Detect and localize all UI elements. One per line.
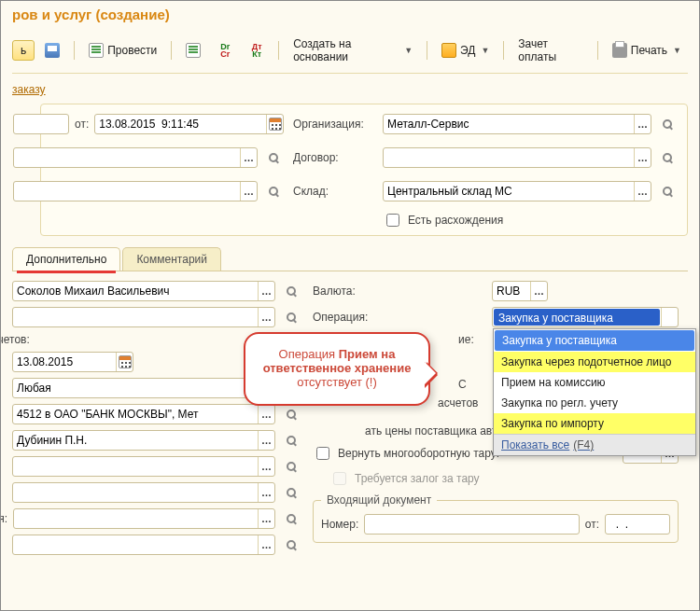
toolbar: ь Провести DrCr ДтКт Создать на основани… (12, 30, 688, 74)
ie-label: ие: (458, 333, 474, 346)
org-label: Организация: (293, 118, 377, 131)
oper-label: Операция: (313, 311, 378, 324)
org-select-button[interactable] (634, 115, 651, 133)
nomer-input[interactable] (365, 515, 578, 534)
provesti-button[interactable]: Провести (82, 39, 163, 62)
bank-input[interactable] (13, 405, 258, 424)
date-cal-button[interactable] (116, 353, 133, 371)
bank-select-button[interactable] (258, 405, 274, 424)
field-9-search-button[interactable] (281, 482, 301, 503)
search-icon (287, 488, 296, 497)
print-button[interactable]: Печать▼ (606, 39, 688, 62)
search-icon (287, 312, 296, 322)
calendar-button[interactable] (266, 115, 283, 133)
dtkt-icon: ДтКт (249, 43, 264, 58)
field-8-input[interactable] (13, 457, 258, 476)
sklad-search-button[interactable] (657, 181, 678, 201)
field-10-search-button[interactable] (281, 508, 301, 529)
ed-button[interactable]: ЭД▼ (435, 39, 496, 62)
annotation-callout: Операция Прием на ответственное хранение… (244, 332, 430, 406)
field-11-input[interactable] (13, 535, 258, 554)
search-icon (287, 514, 296, 523)
date-input[interactable] (13, 353, 116, 371)
calendar-icon (119, 355, 132, 368)
dropdown-option[interactable]: Закупка у поставщика (495, 330, 694, 351)
zachet-button[interactable]: Зачет оплаты (511, 34, 590, 67)
num-input[interactable] (14, 115, 68, 133)
dropdown-option[interactable]: Закупка через подотчетное лицо (494, 352, 695, 372)
drcr-button[interactable]: DrCr (211, 39, 239, 62)
zalog-checkbox (333, 472, 346, 485)
manager-input[interactable] (13, 282, 258, 300)
operation-dropdown: Закупка у поставщика Закупка через подот… (493, 328, 696, 456)
sklad-select-button[interactable] (634, 182, 651, 201)
tab-additional[interactable]: Дополнительно (12, 247, 120, 271)
dropdown-show-all[interactable]: Показать все(F4) (494, 434, 695, 455)
tara-return-checkbox[interactable] (316, 447, 329, 460)
dropdown-option[interactable]: Закупка по импорту (494, 413, 695, 434)
datetime-input[interactable] (95, 115, 266, 133)
org-input[interactable] (384, 115, 634, 133)
dropdown-button[interactable] (661, 308, 678, 326)
field-9-select-button[interactable] (258, 483, 274, 502)
dtkt-button[interactable]: ДтКт (243, 39, 271, 62)
rashod-checkbox[interactable] (386, 214, 399, 227)
from-label: от: (75, 118, 89, 131)
attach-button[interactable] (179, 39, 207, 62)
tab-comment[interactable]: Комментарий (122, 247, 221, 271)
counterparty-select-button[interactable] (240, 182, 257, 201)
valuta-select-button[interactable] (530, 282, 547, 300)
partner-search-button[interactable] (263, 147, 284, 168)
counterparty-search-button[interactable] (263, 181, 284, 201)
field-2-input[interactable] (13, 308, 258, 326)
field-2-search-button[interactable] (281, 307, 301, 327)
field-9-input[interactable] (13, 483, 258, 502)
doc-date-input[interactable] (606, 515, 669, 534)
dropdown-option[interactable]: Закупка по регл. учету (494, 393, 695, 413)
search-icon (663, 119, 672, 129)
sklad-label: Склад: (293, 185, 377, 198)
save-close-button[interactable]: ь (12, 40, 35, 61)
counterparty-input[interactable] (14, 182, 240, 201)
search-icon (663, 187, 672, 196)
manager-select-button[interactable] (258, 282, 274, 300)
field-8-select-button[interactable] (258, 457, 274, 476)
operation-selected: Закупка у поставщика (494, 309, 660, 326)
field-11-search-button[interactable] (281, 535, 301, 555)
dogovor-input[interactable] (384, 148, 634, 167)
field-10-select-button[interactable] (258, 509, 274, 528)
org-search-button[interactable] (657, 114, 678, 134)
doc-ot-label: от: (585, 518, 599, 531)
search-icon (663, 153, 672, 162)
manager-search-button[interactable] (281, 281, 301, 301)
create-base-button[interactable]: Создать на основании▼ (287, 34, 419, 67)
save-icon (45, 43, 60, 58)
dubinin-select-button[interactable] (258, 431, 274, 450)
operation-combo[interactable]: Закупка у поставщика Закупка у поставщик… (492, 307, 679, 327)
dubinin-input[interactable] (13, 431, 258, 450)
valuta-input[interactable] (493, 282, 530, 300)
incoming-doc-legend: Входящий документ (321, 493, 437, 507)
search-icon (287, 436, 296, 445)
nomer-label: Номер: (321, 518, 358, 531)
order-link[interactable]: заказу (12, 83, 46, 96)
dubinin-search-button[interactable] (281, 430, 301, 451)
valuta-label: Валюта: (313, 285, 378, 298)
dogovor-select-button[interactable] (634, 148, 651, 167)
partner-input[interactable] (14, 148, 240, 167)
sklad-input[interactable] (384, 182, 634, 201)
partner-select-button[interactable] (240, 148, 257, 167)
field-2-select-button[interactable] (258, 308, 274, 326)
field-10-input[interactable] (14, 509, 258, 528)
dogovor-search-button[interactable] (657, 147, 678, 168)
field-8-search-button[interactable] (281, 456, 301, 477)
zalog-label: Требуется залог за тару (355, 472, 480, 485)
tara-return-label: Вернуть многооборотную тару: (338, 447, 499, 460)
ed-icon (441, 43, 456, 58)
save-button[interactable] (38, 39, 66, 62)
calendar-icon (269, 118, 282, 131)
bank-search-button[interactable] (281, 404, 301, 424)
field-11-select-button[interactable] (258, 535, 274, 554)
dropdown-option[interactable]: Прием на комиссию (494, 372, 695, 393)
search-icon (269, 153, 278, 162)
